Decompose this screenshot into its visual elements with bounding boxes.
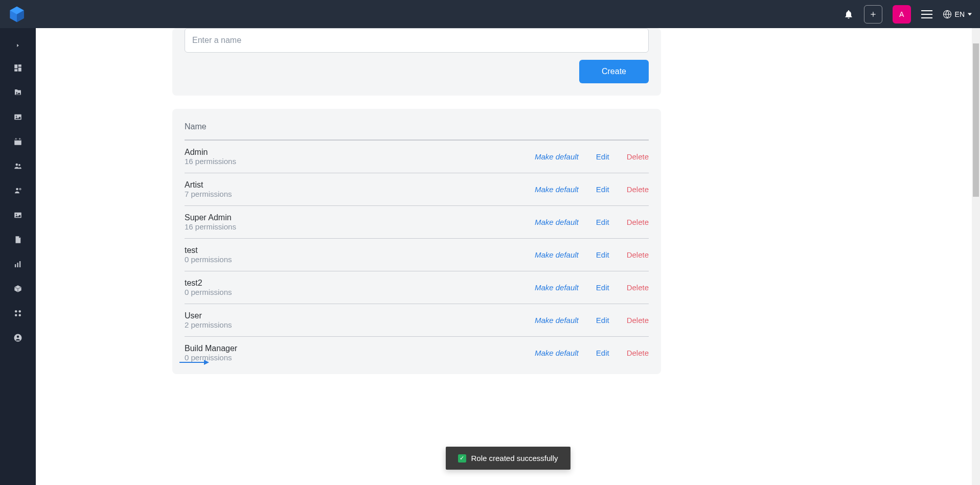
folder-image-icon bbox=[13, 88, 22, 97]
role-name: User bbox=[185, 311, 535, 320]
svg-point-26 bbox=[15, 310, 17, 313]
make-default-link[interactable]: Make default bbox=[535, 152, 579, 161]
check-icon: ✓ bbox=[458, 454, 466, 463]
add-button[interactable] bbox=[864, 5, 882, 24]
edit-link[interactable]: Edit bbox=[596, 283, 609, 292]
edit-link[interactable]: Edit bbox=[596, 316, 609, 325]
delete-link[interactable]: Delete bbox=[627, 283, 649, 292]
document-icon bbox=[13, 235, 22, 244]
make-default-link[interactable]: Make default bbox=[535, 283, 579, 292]
main-content: Create Name Admin16 permissionsMake defa… bbox=[36, 28, 980, 485]
app-logo[interactable] bbox=[8, 6, 26, 23]
make-default-link[interactable]: Make default bbox=[535, 250, 579, 259]
svg-marker-7 bbox=[968, 13, 972, 15]
svg-point-17 bbox=[16, 188, 18, 191]
menu-icon[interactable] bbox=[921, 10, 932, 18]
svg-point-15 bbox=[16, 164, 18, 166]
sidebar-item-photo[interactable] bbox=[0, 203, 36, 227]
roles-list-card: Name Admin16 permissionsMake defaultEdit… bbox=[172, 109, 661, 374]
role-permissions: 0 permissions bbox=[185, 288, 535, 296]
language-selector[interactable]: EN bbox=[943, 10, 972, 19]
create-role-card: Create bbox=[172, 28, 661, 96]
delete-link[interactable]: Delete bbox=[627, 316, 649, 325]
sidebar-item-apps[interactable] bbox=[0, 301, 36, 326]
svg-rect-21 bbox=[15, 264, 16, 267]
sidebar-item-analytics[interactable] bbox=[0, 252, 36, 276]
delete-link[interactable]: Delete bbox=[627, 185, 649, 194]
toast-message: Role created successfully bbox=[471, 454, 558, 463]
users-icon bbox=[13, 161, 22, 171]
svg-point-31 bbox=[17, 336, 19, 338]
delete-link[interactable]: Delete bbox=[627, 152, 649, 161]
account-circle-icon bbox=[13, 333, 22, 342]
svg-rect-23 bbox=[19, 261, 20, 267]
toast-notification: ✓ Role created successfully bbox=[445, 447, 570, 470]
role-row: Build Manager0 permissionsMake defaultEd… bbox=[185, 337, 649, 369]
chevron-down-icon bbox=[968, 12, 972, 16]
sidebar bbox=[0, 28, 36, 485]
photo-icon bbox=[13, 211, 22, 220]
sidebar-item-users[interactable] bbox=[0, 154, 36, 178]
svg-rect-22 bbox=[17, 263, 18, 267]
scrollbar-thumb[interactable] bbox=[973, 43, 979, 197]
create-button[interactable]: Create bbox=[579, 60, 649, 83]
sidebar-expand[interactable] bbox=[0, 35, 36, 56]
make-default-link[interactable]: Make default bbox=[535, 349, 579, 357]
delete-link[interactable]: Delete bbox=[627, 218, 649, 226]
svg-point-20 bbox=[16, 214, 17, 215]
svg-point-10 bbox=[16, 116, 17, 117]
image-icon bbox=[13, 112, 22, 122]
svg-point-18 bbox=[19, 189, 21, 190]
make-default-link[interactable]: Make default bbox=[535, 185, 579, 194]
annotation-arrow bbox=[179, 359, 209, 366]
sidebar-item-package[interactable] bbox=[0, 276, 36, 301]
svg-marker-33 bbox=[204, 360, 209, 365]
role-name-input[interactable] bbox=[185, 28, 649, 53]
language-label: EN bbox=[955, 10, 965, 18]
role-row: Admin16 permissionsMake defaultEditDelet… bbox=[185, 141, 649, 173]
globe-icon bbox=[943, 10, 952, 19]
sidebar-item-image[interactable] bbox=[0, 105, 36, 129]
list-header-name: Name bbox=[185, 119, 649, 141]
edit-link[interactable]: Edit bbox=[596, 218, 609, 226]
role-row: Artist7 permissionsMake defaultEditDelet… bbox=[185, 173, 649, 206]
sidebar-item-user-manage[interactable] bbox=[0, 178, 36, 203]
sidebar-item-document[interactable] bbox=[0, 227, 36, 252]
sidebar-item-dashboard[interactable] bbox=[0, 56, 36, 80]
grid-dots-icon bbox=[13, 309, 22, 318]
svg-point-29 bbox=[19, 314, 21, 317]
make-default-link[interactable]: Make default bbox=[535, 218, 579, 226]
role-name: test2 bbox=[185, 279, 535, 288]
role-permissions: 0 permissions bbox=[185, 353, 535, 362]
svg-point-8 bbox=[16, 92, 17, 93]
role-row: User2 permissionsMake defaultEditDelete bbox=[185, 304, 649, 337]
edit-link[interactable]: Edit bbox=[596, 349, 609, 357]
notifications-icon[interactable] bbox=[844, 9, 854, 19]
scrollbar[interactable] bbox=[972, 28, 980, 485]
svg-rect-12 bbox=[14, 139, 21, 141]
sidebar-item-account[interactable] bbox=[0, 326, 36, 350]
role-row: Super Admin16 permissionsMake defaultEdi… bbox=[185, 206, 649, 239]
chart-icon bbox=[13, 260, 22, 269]
edit-link[interactable]: Edit bbox=[596, 152, 609, 161]
avatar[interactable]: A bbox=[893, 5, 911, 24]
box-icon bbox=[14, 285, 22, 293]
edit-link[interactable]: Edit bbox=[596, 250, 609, 259]
sidebar-item-media[interactable] bbox=[0, 80, 36, 105]
svg-point-27 bbox=[19, 310, 21, 313]
delete-link[interactable]: Delete bbox=[627, 349, 649, 357]
delete-link[interactable]: Delete bbox=[627, 250, 649, 259]
role-name: Build Manager bbox=[185, 344, 535, 353]
topbar-right: A EN bbox=[844, 5, 972, 24]
make-default-link[interactable]: Make default bbox=[535, 316, 579, 325]
user-gear-icon bbox=[13, 186, 22, 195]
sidebar-item-calendar[interactable] bbox=[0, 129, 36, 154]
edit-link[interactable]: Edit bbox=[596, 185, 609, 194]
role-row: test20 permissionsMake defaultEditDelete bbox=[185, 271, 649, 304]
svg-point-28 bbox=[15, 314, 17, 317]
dashboard-icon bbox=[13, 63, 22, 73]
role-name: test bbox=[185, 246, 535, 255]
avatar-letter: A bbox=[899, 10, 904, 18]
role-permissions: 2 permissions bbox=[185, 320, 535, 329]
role-name: Admin bbox=[185, 148, 535, 157]
